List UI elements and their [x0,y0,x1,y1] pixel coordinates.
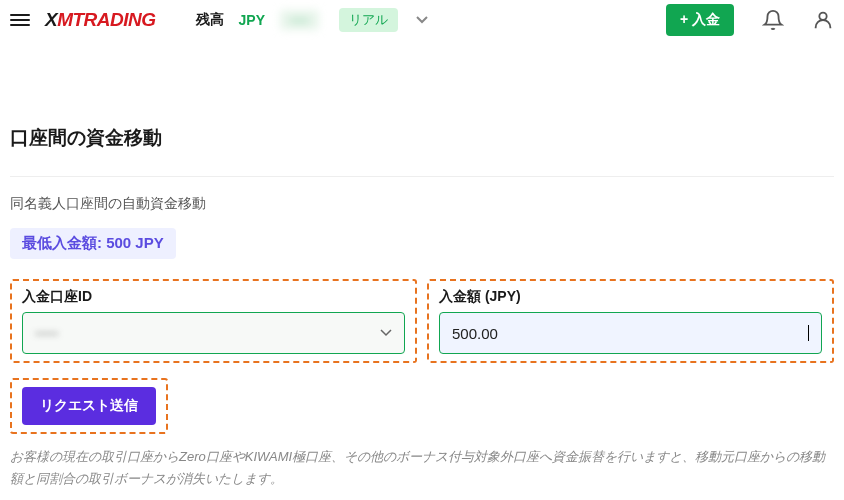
page-title: 口座間の資金移動 [10,125,834,151]
main-content: 口座間の資金移動 同名義人口座間の自動資金移動 最低入金額: 500 JPY 入… [0,40,844,500]
account-id-value: ----- [35,325,380,341]
warning-note: お客様の現在の取引口座からZero口座やKIWAMI極口座、その他のボーナス付与… [10,446,834,490]
account-type-badge: リアル [339,8,398,32]
amount-field-highlight: 入金額 (JPY) [427,279,834,363]
svg-point-0 [819,13,826,20]
user-icon[interactable] [812,9,834,31]
account-field-highlight: 入金口座ID ----- [10,279,417,363]
logo-prefix: X [45,9,57,30]
submit-highlight: リクエスト送信 [10,378,168,434]
header: XMTRADING 残高 JPY ---- リアル + 入金 [0,0,844,40]
amount-input-wrap[interactable] [439,312,822,354]
account-id-label: 入金口座ID [22,288,405,306]
bell-icon[interactable] [762,9,784,31]
min-deposit-badge: 最低入金額: 500 JPY [10,228,176,259]
account-id-select[interactable]: ----- [22,312,405,354]
form-row: 入金口座ID ----- 入金額 (JPY) [10,279,834,363]
hamburger-menu-icon[interactable] [10,14,30,26]
deposit-button[interactable]: + 入金 [666,4,734,36]
currency-code: JPY [239,12,265,28]
divider [10,176,834,177]
logo[interactable]: XMTRADING [45,9,156,31]
page-subtitle: 同名義人口座間の自動資金移動 [10,195,834,213]
balance-label: 残高 [196,11,224,29]
text-cursor [808,325,809,341]
amount-input[interactable] [452,325,807,342]
chevron-down-icon [380,327,392,339]
submit-button[interactable]: リクエスト送信 [22,387,156,425]
chevron-down-icon[interactable] [416,15,428,26]
logo-rest: MTRADING [57,9,155,30]
amount-label: 入金額 (JPY) [439,288,822,306]
balance-amount: ---- [280,10,319,30]
